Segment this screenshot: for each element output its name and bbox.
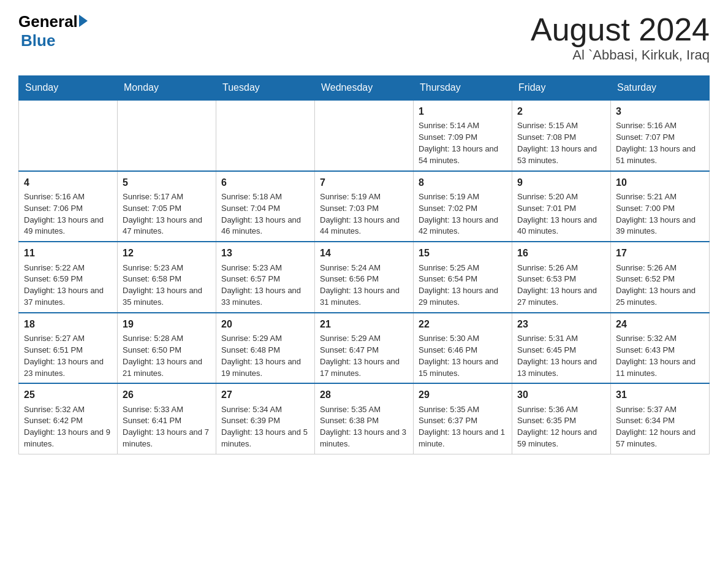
calendar-cell: 11Sunrise: 5:22 AM Sunset: 6:59 PM Dayli… [19, 242, 118, 313]
day-info: Sunrise: 5:32 AM Sunset: 6:42 PM Dayligh… [24, 404, 112, 450]
day-number: 5 [123, 175, 211, 190]
calendar-week-row: 4Sunrise: 5:16 AM Sunset: 7:06 PM Daylig… [19, 171, 710, 242]
calendar-cell: 2Sunrise: 5:15 AM Sunset: 7:08 PM Daylig… [512, 100, 611, 171]
day-number: 6 [221, 175, 309, 190]
day-number: 13 [221, 246, 309, 260]
day-number: 28 [320, 388, 408, 402]
logo-blue-text: Blue [21, 31, 55, 50]
day-of-week-header: Thursday [414, 76, 512, 101]
day-number: 15 [419, 246, 507, 260]
calendar-cell: 9Sunrise: 5:20 AM Sunset: 7:01 PM Daylig… [512, 171, 611, 242]
day-of-week-header: Sunday [19, 76, 118, 101]
calendar-header-row: SundayMondayTuesdayWednesdayThursdayFrid… [19, 76, 710, 101]
logo: General Blue [18, 12, 88, 50]
day-info: Sunrise: 5:28 AM Sunset: 6:50 PM Dayligh… [123, 333, 211, 379]
day-number: 25 [24, 388, 112, 402]
day-info: Sunrise: 5:21 AM Sunset: 7:00 PM Dayligh… [616, 191, 704, 237]
calendar-cell [19, 100, 118, 171]
day-info: Sunrise: 5:18 AM Sunset: 7:04 PM Dayligh… [221, 191, 309, 237]
day-info: Sunrise: 5:24 AM Sunset: 6:56 PM Dayligh… [320, 262, 408, 308]
day-of-week-header: Wednesday [315, 76, 414, 101]
day-info: Sunrise: 5:17 AM Sunset: 7:05 PM Dayligh… [123, 191, 211, 237]
day-of-week-header: Tuesday [216, 76, 315, 101]
calendar-cell: 25Sunrise: 5:32 AM Sunset: 6:42 PM Dayli… [19, 383, 118, 454]
calendar-cell: 14Sunrise: 5:24 AM Sunset: 6:56 PM Dayli… [315, 242, 414, 313]
calendar-cell: 28Sunrise: 5:35 AM Sunset: 6:38 PM Dayli… [315, 383, 414, 454]
calendar-subtitle: Al `Abbasi, Kirkuk, Iraq [531, 47, 710, 63]
day-number: 14 [320, 246, 408, 260]
calendar-week-row: 11Sunrise: 5:22 AM Sunset: 6:59 PM Dayli… [19, 242, 710, 313]
day-info: Sunrise: 5:33 AM Sunset: 6:41 PM Dayligh… [123, 404, 211, 450]
day-info: Sunrise: 5:30 AM Sunset: 6:46 PM Dayligh… [419, 333, 507, 379]
calendar-cell: 1Sunrise: 5:14 AM Sunset: 7:09 PM Daylig… [414, 100, 512, 171]
day-number: 23 [517, 317, 605, 331]
calendar-week-row: 25Sunrise: 5:32 AM Sunset: 6:42 PM Dayli… [19, 383, 710, 454]
day-number: 20 [221, 317, 309, 331]
day-info: Sunrise: 5:19 AM Sunset: 7:02 PM Dayligh… [419, 191, 507, 237]
day-info: Sunrise: 5:25 AM Sunset: 6:54 PM Dayligh… [419, 262, 507, 308]
day-info: Sunrise: 5:29 AM Sunset: 6:48 PM Dayligh… [221, 333, 309, 379]
calendar-cell: 19Sunrise: 5:28 AM Sunset: 6:50 PM Dayli… [118, 313, 216, 384]
calendar-cell: 18Sunrise: 5:27 AM Sunset: 6:51 PM Dayli… [19, 313, 118, 384]
calendar-cell: 27Sunrise: 5:34 AM Sunset: 6:39 PM Dayli… [216, 383, 315, 454]
day-info: Sunrise: 5:19 AM Sunset: 7:03 PM Dayligh… [320, 191, 408, 237]
day-number: 9 [517, 175, 605, 190]
calendar-cell: 4Sunrise: 5:16 AM Sunset: 7:06 PM Daylig… [19, 171, 118, 242]
day-info: Sunrise: 5:35 AM Sunset: 6:37 PM Dayligh… [419, 404, 507, 450]
calendar-cell: 3Sunrise: 5:16 AM Sunset: 7:07 PM Daylig… [611, 100, 710, 171]
page-header: General Blue August 2024 Al `Abbasi, Kir… [18, 12, 710, 63]
calendar-cell [216, 100, 315, 171]
day-number: 10 [616, 175, 704, 190]
day-number: 30 [517, 388, 605, 402]
calendar-cell: 12Sunrise: 5:23 AM Sunset: 6:58 PM Dayli… [118, 242, 216, 313]
calendar-cell: 5Sunrise: 5:17 AM Sunset: 7:05 PM Daylig… [118, 171, 216, 242]
calendar-cell: 20Sunrise: 5:29 AM Sunset: 6:48 PM Dayli… [216, 313, 315, 384]
day-info: Sunrise: 5:16 AM Sunset: 7:07 PM Dayligh… [616, 120, 704, 166]
calendar-cell: 10Sunrise: 5:21 AM Sunset: 7:00 PM Dayli… [611, 171, 710, 242]
day-number: 2 [517, 104, 605, 118]
day-info: Sunrise: 5:26 AM Sunset: 6:52 PM Dayligh… [616, 262, 704, 308]
calendar-cell: 21Sunrise: 5:29 AM Sunset: 6:47 PM Dayli… [315, 313, 414, 384]
day-number: 1 [419, 104, 507, 118]
calendar-cell: 16Sunrise: 5:26 AM Sunset: 6:53 PM Dayli… [512, 242, 611, 313]
day-info: Sunrise: 5:15 AM Sunset: 7:08 PM Dayligh… [517, 120, 605, 166]
day-number: 3 [616, 104, 704, 118]
day-number: 7 [320, 175, 408, 190]
day-number: 29 [419, 388, 507, 402]
day-number: 22 [419, 317, 507, 331]
day-number: 12 [123, 246, 211, 260]
title-block: August 2024 Al `Abbasi, Kirkuk, Iraq [531, 12, 710, 63]
day-info: Sunrise: 5:35 AM Sunset: 6:38 PM Dayligh… [320, 404, 408, 450]
day-info: Sunrise: 5:36 AM Sunset: 6:35 PM Dayligh… [517, 404, 605, 450]
calendar-cell: 31Sunrise: 5:37 AM Sunset: 6:34 PM Dayli… [611, 383, 710, 454]
calendar-cell: 24Sunrise: 5:32 AM Sunset: 6:43 PM Dayli… [611, 313, 710, 384]
day-info: Sunrise: 5:14 AM Sunset: 7:09 PM Dayligh… [419, 120, 507, 166]
day-number: 31 [616, 388, 704, 402]
day-number: 17 [616, 246, 704, 260]
calendar-week-row: 1Sunrise: 5:14 AM Sunset: 7:09 PM Daylig… [19, 100, 710, 171]
day-number: 24 [616, 317, 704, 331]
day-info: Sunrise: 5:32 AM Sunset: 6:43 PM Dayligh… [616, 333, 704, 379]
day-info: Sunrise: 5:34 AM Sunset: 6:39 PM Dayligh… [221, 404, 309, 450]
calendar-cell: 30Sunrise: 5:36 AM Sunset: 6:35 PM Dayli… [512, 383, 611, 454]
day-number: 8 [419, 175, 507, 190]
day-info: Sunrise: 5:23 AM Sunset: 6:57 PM Dayligh… [221, 262, 309, 308]
calendar-cell: 13Sunrise: 5:23 AM Sunset: 6:57 PM Dayli… [216, 242, 315, 313]
calendar-title: August 2024 [531, 12, 710, 47]
day-info: Sunrise: 5:22 AM Sunset: 6:59 PM Dayligh… [24, 262, 112, 308]
day-number: 16 [517, 246, 605, 260]
day-info: Sunrise: 5:20 AM Sunset: 7:01 PM Dayligh… [517, 191, 605, 237]
calendar-cell: 15Sunrise: 5:25 AM Sunset: 6:54 PM Dayli… [414, 242, 512, 313]
calendar-cell: 23Sunrise: 5:31 AM Sunset: 6:45 PM Dayli… [512, 313, 611, 384]
day-of-week-header: Saturday [611, 76, 710, 101]
day-number: 19 [123, 317, 211, 331]
day-number: 21 [320, 317, 408, 331]
day-number: 4 [24, 175, 112, 190]
day-info: Sunrise: 5:37 AM Sunset: 6:34 PM Dayligh… [616, 404, 704, 450]
calendar-cell: 8Sunrise: 5:19 AM Sunset: 7:02 PM Daylig… [414, 171, 512, 242]
calendar-cell: 22Sunrise: 5:30 AM Sunset: 6:46 PM Dayli… [414, 313, 512, 384]
day-of-week-header: Monday [118, 76, 216, 101]
day-info: Sunrise: 5:29 AM Sunset: 6:47 PM Dayligh… [320, 333, 408, 379]
calendar-week-row: 18Sunrise: 5:27 AM Sunset: 6:51 PM Dayli… [19, 313, 710, 384]
day-number: 26 [123, 388, 211, 402]
